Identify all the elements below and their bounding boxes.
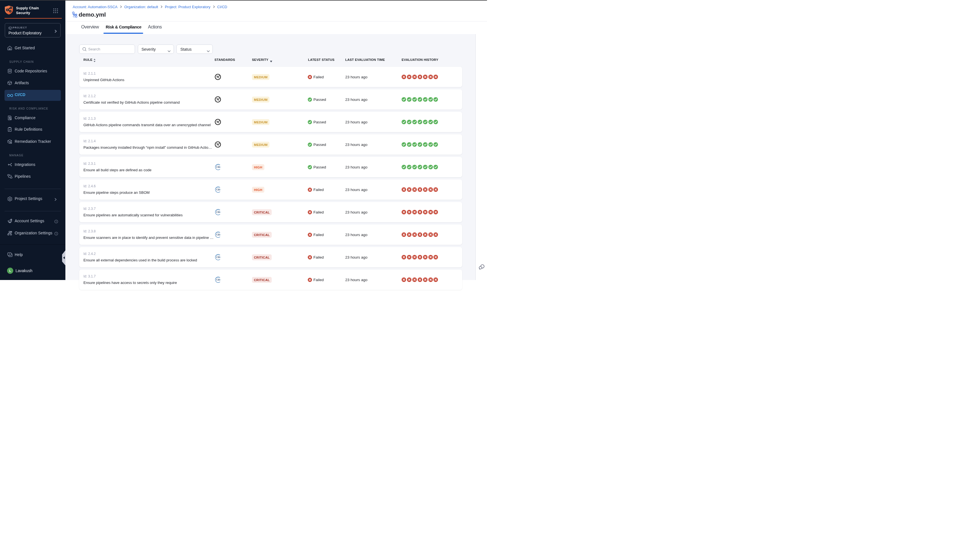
svg-text:CIS: CIS	[216, 233, 220, 236]
svg-text:CIS: CIS	[216, 211, 220, 213]
svg-text:CIS: CIS	[216, 188, 220, 191]
svg-text:CIS: CIS	[216, 166, 220, 168]
svg-text:CIS: CIS	[216, 256, 220, 258]
svg-text:CIS: CIS	[216, 278, 220, 280]
svg-text:?: ?	[9, 253, 10, 256]
